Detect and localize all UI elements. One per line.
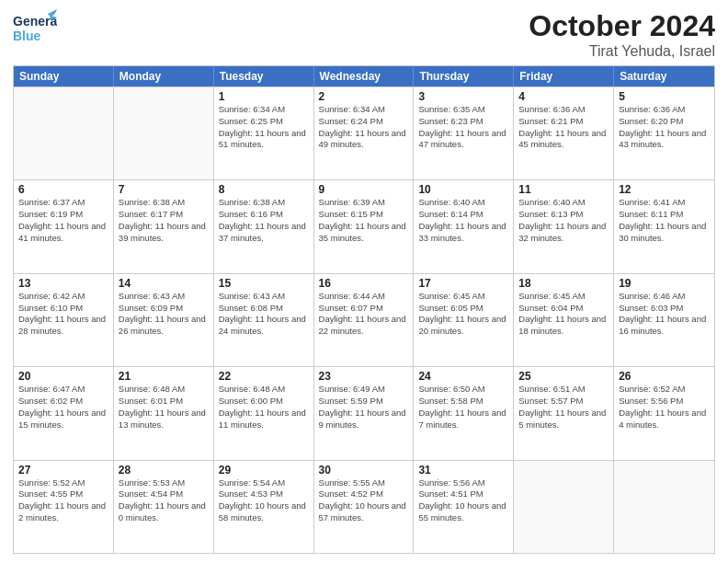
weekday-header-monday: Monday — [114, 66, 214, 86]
logo: General Blue — [13, 9, 57, 52]
day-info: Sunrise: 6:43 AM Sunset: 6:09 PM Dayligh… — [119, 291, 209, 338]
day-number: 23 — [319, 370, 409, 383]
calendar-cell-20: 20Sunrise: 6:47 AM Sunset: 6:02 PM Dayli… — [14, 367, 114, 459]
page-container: General Blue October 2024 Tirat Yehuda, … — [0, 0, 728, 563]
day-number: 1 — [219, 90, 309, 103]
day-number: 3 — [418, 90, 508, 103]
calendar-cell-15: 15Sunrise: 6:43 AM Sunset: 6:08 PM Dayli… — [214, 274, 314, 366]
day-number: 7 — [119, 183, 209, 196]
day-number: 13 — [18, 277, 108, 290]
calendar-cell-24: 24Sunrise: 6:50 AM Sunset: 5:58 PM Dayli… — [414, 367, 514, 459]
calendar-cell-19: 19Sunrise: 6:46 AM Sunset: 6:03 PM Dayli… — [614, 274, 714, 366]
day-number: 12 — [619, 183, 710, 196]
day-number: 24 — [418, 370, 508, 383]
calendar-row-1: 6Sunrise: 6:37 AM Sunset: 6:19 PM Daylig… — [14, 179, 714, 272]
calendar-cell-11: 11Sunrise: 6:40 AM Sunset: 6:13 PM Dayli… — [514, 180, 614, 272]
day-info: Sunrise: 6:45 AM Sunset: 6:05 PM Dayligh… — [418, 291, 508, 338]
calendar-row-3: 20Sunrise: 6:47 AM Sunset: 6:02 PM Dayli… — [14, 366, 714, 459]
calendar: SundayMondayTuesdayWednesdayThursdayFrid… — [13, 65, 715, 554]
weekday-header-wednesday: Wednesday — [314, 66, 415, 86]
day-number: 18 — [518, 277, 609, 290]
calendar-cell-empty — [114, 87, 214, 179]
calendar-cell-empty — [514, 461, 614, 553]
day-info: Sunrise: 5:52 AM Sunset: 4:55 PM Dayligh… — [18, 477, 108, 524]
calendar-cell-21: 21Sunrise: 6:48 AM Sunset: 6:01 PM Dayli… — [114, 367, 214, 459]
day-number: 27 — [18, 464, 108, 477]
day-number: 15 — [219, 277, 309, 290]
calendar-row-4: 27Sunrise: 5:52 AM Sunset: 4:55 PM Dayli… — [14, 460, 714, 553]
calendar-cell-22: 22Sunrise: 6:48 AM Sunset: 6:00 PM Dayli… — [214, 367, 314, 459]
weekday-header-thursday: Thursday — [414, 66, 514, 86]
day-number: 2 — [319, 90, 409, 103]
day-number: 8 — [219, 183, 309, 196]
calendar-row-2: 13Sunrise: 6:42 AM Sunset: 6:10 PM Dayli… — [14, 273, 714, 366]
day-number: 26 — [619, 370, 710, 383]
calendar-cell-9: 9Sunrise: 6:39 AM Sunset: 6:15 PM Daylig… — [314, 180, 415, 272]
calendar-row-0: 1Sunrise: 6:34 AM Sunset: 6:25 PM Daylig… — [14, 86, 714, 179]
day-number: 10 — [418, 183, 508, 196]
day-info: Sunrise: 6:45 AM Sunset: 6:04 PM Dayligh… — [518, 291, 609, 338]
day-info: Sunrise: 6:39 AM Sunset: 6:15 PM Dayligh… — [319, 197, 409, 244]
day-info: Sunrise: 6:48 AM Sunset: 6:00 PM Dayligh… — [219, 384, 309, 431]
weekday-header-tuesday: Tuesday — [214, 66, 314, 86]
day-number: 28 — [119, 464, 209, 477]
calendar-cell-29: 29Sunrise: 5:54 AM Sunset: 4:53 PM Dayli… — [214, 461, 314, 553]
day-number: 9 — [319, 183, 409, 196]
calendar-cell-28: 28Sunrise: 5:53 AM Sunset: 4:54 PM Dayli… — [114, 461, 214, 553]
calendar-cell-16: 16Sunrise: 6:44 AM Sunset: 6:07 PM Dayli… — [314, 274, 415, 366]
title-section: October 2024 Tirat Yehuda, Israel — [529, 9, 715, 60]
calendar-body: 1Sunrise: 6:34 AM Sunset: 6:25 PM Daylig… — [14, 86, 714, 553]
day-number: 31 — [418, 464, 508, 477]
day-info: Sunrise: 5:56 AM Sunset: 4:51 PM Dayligh… — [418, 477, 508, 524]
day-number: 6 — [18, 183, 108, 196]
calendar-cell-31: 31Sunrise: 5:56 AM Sunset: 4:51 PM Dayli… — [414, 461, 514, 553]
calendar-cell-7: 7Sunrise: 6:38 AM Sunset: 6:17 PM Daylig… — [114, 180, 214, 272]
calendar-cell-30: 30Sunrise: 5:55 AM Sunset: 4:52 PM Dayli… — [314, 461, 415, 553]
day-info: Sunrise: 6:34 AM Sunset: 6:24 PM Dayligh… — [319, 104, 409, 151]
day-number: 19 — [619, 277, 710, 290]
day-info: Sunrise: 6:40 AM Sunset: 6:14 PM Dayligh… — [418, 197, 508, 244]
weekday-header-saturday: Saturday — [614, 66, 714, 86]
day-number: 20 — [18, 370, 108, 383]
day-number: 25 — [518, 370, 609, 383]
day-info: Sunrise: 6:52 AM Sunset: 5:56 PM Dayligh… — [619, 384, 710, 431]
day-number: 4 — [518, 90, 609, 103]
day-info: Sunrise: 6:51 AM Sunset: 5:57 PM Dayligh… — [518, 384, 609, 431]
calendar-cell-25: 25Sunrise: 6:51 AM Sunset: 5:57 PM Dayli… — [514, 367, 614, 459]
day-info: Sunrise: 6:34 AM Sunset: 6:25 PM Dayligh… — [219, 104, 309, 151]
calendar-cell-empty — [614, 461, 714, 553]
day-number: 30 — [319, 464, 409, 477]
day-info: Sunrise: 6:47 AM Sunset: 6:02 PM Dayligh… — [18, 384, 108, 431]
day-number: 11 — [518, 183, 609, 196]
calendar-cell-12: 12Sunrise: 6:41 AM Sunset: 6:11 PM Dayli… — [614, 180, 714, 272]
calendar-cell-4: 4Sunrise: 6:36 AM Sunset: 6:21 PM Daylig… — [514, 87, 614, 179]
day-info: Sunrise: 6:50 AM Sunset: 5:58 PM Dayligh… — [418, 384, 508, 431]
day-info: Sunrise: 6:37 AM Sunset: 6:19 PM Dayligh… — [18, 197, 108, 244]
weekday-header-sunday: Sunday — [14, 66, 114, 86]
location-title: Tirat Yehuda, Israel — [529, 43, 715, 60]
day-info: Sunrise: 6:36 AM Sunset: 6:20 PM Dayligh… — [619, 104, 710, 151]
calendar-header: SundayMondayTuesdayWednesdayThursdayFrid… — [14, 66, 714, 86]
weekday-header-friday: Friday — [514, 66, 614, 86]
day-info: Sunrise: 6:41 AM Sunset: 6:11 PM Dayligh… — [619, 197, 710, 244]
day-number: 14 — [119, 277, 209, 290]
logo-icon: General Blue — [13, 9, 57, 48]
day-info: Sunrise: 5:55 AM Sunset: 4:52 PM Dayligh… — [319, 477, 409, 524]
day-info: Sunrise: 6:36 AM Sunset: 6:21 PM Dayligh… — [518, 104, 609, 151]
day-number: 5 — [619, 90, 710, 103]
calendar-cell-26: 26Sunrise: 6:52 AM Sunset: 5:56 PM Dayli… — [614, 367, 714, 459]
header: General Blue October 2024 Tirat Yehuda, … — [13, 9, 715, 60]
day-info: Sunrise: 6:38 AM Sunset: 6:17 PM Dayligh… — [119, 197, 209, 244]
calendar-cell-2: 2Sunrise: 6:34 AM Sunset: 6:24 PM Daylig… — [314, 87, 415, 179]
calendar-cell-10: 10Sunrise: 6:40 AM Sunset: 6:14 PM Dayli… — [414, 180, 514, 272]
calendar-cell-23: 23Sunrise: 6:49 AM Sunset: 5:59 PM Dayli… — [314, 367, 415, 459]
calendar-cell-17: 17Sunrise: 6:45 AM Sunset: 6:05 PM Dayli… — [414, 274, 514, 366]
day-number: 22 — [219, 370, 309, 383]
day-info: Sunrise: 6:44 AM Sunset: 6:07 PM Dayligh… — [319, 291, 409, 338]
calendar-cell-13: 13Sunrise: 6:42 AM Sunset: 6:10 PM Dayli… — [14, 274, 114, 366]
day-info: Sunrise: 6:38 AM Sunset: 6:16 PM Dayligh… — [219, 197, 309, 244]
calendar-cell-6: 6Sunrise: 6:37 AM Sunset: 6:19 PM Daylig… — [14, 180, 114, 272]
day-info: Sunrise: 5:53 AM Sunset: 4:54 PM Dayligh… — [119, 477, 209, 524]
day-number: 17 — [418, 277, 508, 290]
calendar-cell-14: 14Sunrise: 6:43 AM Sunset: 6:09 PM Dayli… — [114, 274, 214, 366]
